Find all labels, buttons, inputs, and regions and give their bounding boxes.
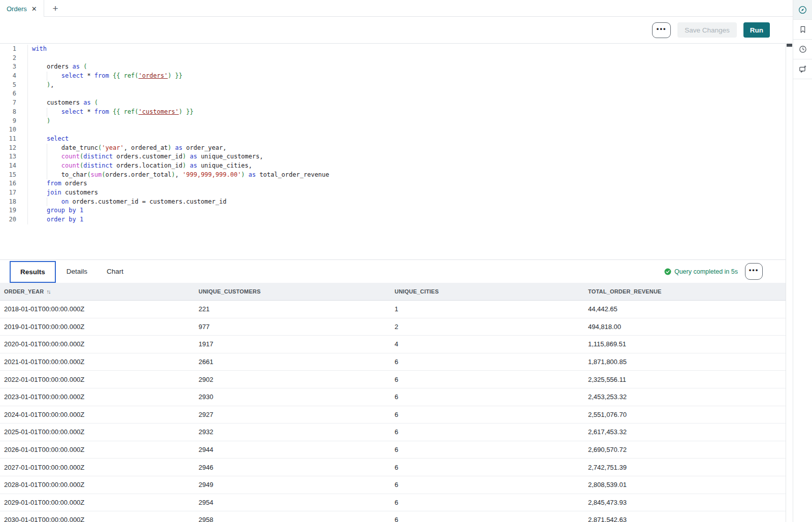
tab-results[interactable]: Results	[10, 261, 56, 283]
table-cell: 2024-01-01T00:00:00.000Z	[0, 411, 194, 418]
code-line-text	[28, 54, 36, 63]
indent-guide	[47, 108, 47, 117]
table-cell: 2,690,570.72	[584, 446, 786, 453]
table-cell: 2958	[194, 516, 391, 522]
tab-chart[interactable]: Chart	[97, 260, 133, 283]
table-row: 2025-01-01T00:00:00.000Z293262,617,453.3…	[0, 423, 786, 441]
column-header-label: ORDER_YEAR	[4, 288, 44, 295]
line-number: 15	[0, 171, 28, 180]
new-tab-button[interactable]: +	[49, 2, 62, 15]
table-cell: 1,115,869.51	[584, 340, 786, 348]
line-number: 13	[0, 152, 28, 161]
table-row: 2020-01-01T00:00:00.000Z191741,115,869.5…	[0, 336, 786, 353]
code-line-text: order by 1	[28, 215, 83, 224]
table-cell: 2026-01-01T00:00:00.000Z	[0, 446, 194, 453]
code-line-text: group by 1	[28, 206, 83, 215]
tab-orders[interactable]: Orders ✕	[0, 0, 44, 17]
table-cell: 2,742,751.39	[584, 464, 786, 471]
code-editor[interactable]: 1with2 3 orders as (4 select * from {{ r…	[0, 44, 786, 259]
line-number: 2	[0, 54, 28, 63]
table-cell: 6	[391, 411, 584, 418]
column-header-unique_cities[interactable]: UNIQUE_CITIES	[391, 288, 584, 295]
table-cell: 6	[391, 481, 584, 488]
code-line-text: on orders.customer_id = customers.custom…	[28, 198, 226, 207]
code-line-text	[28, 125, 36, 135]
code-line-text: ),	[28, 81, 54, 90]
column-header-label: UNIQUE_CITIES	[395, 288, 439, 295]
column-header-total_order_revenue[interactable]: TOTAL_ORDER_REVENUE	[584, 288, 786, 295]
editor-more-button[interactable]: •••	[652, 22, 671, 38]
table-cell: 4	[391, 340, 584, 348]
table-row: 2024-01-01T00:00:00.000Z292762,551,076.7…	[0, 406, 786, 424]
table-row: 2028-01-01T00:00:00.000Z294962,808,539.0…	[0, 476, 786, 494]
rail-ai-assist-button[interactable]	[793, 59, 812, 79]
table-cell: 1917	[194, 340, 391, 348]
code-line-text: select * from {{ ref('orders') }}	[28, 72, 182, 81]
results-panel: Results Details Chart Query completed in…	[0, 259, 786, 522]
line-number: 12	[0, 144, 28, 153]
clock-icon	[798, 45, 807, 54]
table-cell: 6	[391, 446, 584, 453]
code-line: 7 customers as (	[0, 99, 786, 108]
line-number: 4	[0, 72, 28, 81]
tab-details[interactable]: Details	[57, 260, 97, 283]
code-line-text: date_trunc('year', ordered_at) as order_…	[28, 144, 226, 153]
line-number: 5	[0, 81, 28, 90]
code-line-text: orders as (	[28, 62, 87, 72]
save-changes-button[interactable]: Save Changes	[677, 22, 737, 38]
table-cell: 6	[391, 393, 584, 401]
table-cell: 2,453,253.32	[584, 393, 786, 401]
table-cell: 2027-01-01T00:00:00.000Z	[0, 464, 194, 471]
code-line-text: join customers	[28, 188, 98, 198]
table-cell: 2,871,542.63	[584, 516, 786, 522]
code-line-text: to_char(sum(orders.order_total), '999,99…	[28, 171, 329, 180]
code-line-text: )	[28, 117, 50, 126]
close-tab-icon[interactable]: ✕	[31, 6, 37, 12]
column-header-unique_customers[interactable]: UNIQUE_CUSTOMERS	[194, 288, 391, 295]
line-number: 14	[0, 161, 28, 171]
rail-history-button[interactable]	[793, 40, 812, 59]
table-cell: 2954	[194, 499, 391, 506]
code-line: 13 count(distinct orders.customer_id) as…	[0, 152, 786, 161]
table-cell: 6	[391, 358, 584, 366]
tab-results-label: Results	[20, 268, 45, 276]
query-status: Query completed in 5s	[664, 260, 738, 283]
table-cell: 2,551,076.70	[584, 411, 786, 418]
scrollbar-track[interactable]	[787, 43, 793, 522]
query-status-text: Query completed in 5s	[674, 268, 738, 275]
table-cell: 2,845,473.93	[584, 499, 786, 506]
table-cell: 2018-01-01T00:00:00.000Z	[0, 305, 194, 313]
code-line: 3 orders as (	[0, 62, 786, 72]
scrollbar-thumb[interactable]	[787, 44, 792, 47]
line-number: 1	[0, 45, 28, 54]
table-cell: 2,617,453.32	[584, 428, 786, 436]
tab-details-label: Details	[67, 268, 87, 275]
table-cell: 2022-01-01T00:00:00.000Z	[0, 376, 194, 383]
table-cell: 44,442.65	[584, 305, 786, 313]
right-icon-rail	[793, 0, 812, 522]
line-number: 18	[0, 198, 28, 207]
code-line: 10	[0, 125, 786, 135]
code-line-text: count(distinct orders.location_id) as un…	[28, 161, 252, 171]
results-table-body: 2018-01-01T00:00:00.000Z221144,442.65201…	[0, 301, 786, 522]
code-line-text: customers as (	[28, 99, 98, 108]
main-pane: Orders ✕ + ••• Save Changes Run 1with2 3…	[0, 0, 793, 522]
table-row: 2027-01-01T00:00:00.000Z294662,742,751.3…	[0, 459, 786, 476]
table-cell: 2949	[194, 481, 391, 488]
rail-explore-button[interactable]	[793, 0, 812, 20]
column-header-order_year[interactable]: ORDER_YEAR↑↓	[0, 288, 194, 295]
code-line-text: with	[28, 45, 47, 54]
results-more-button[interactable]: •••	[745, 263, 763, 280]
rail-bookmark-button[interactable]	[793, 20, 812, 40]
indent-guide	[47, 198, 47, 207]
code-line: 1with	[0, 45, 786, 54]
code-line: 2	[0, 54, 786, 63]
code-line: 14 count(distinct orders.location_id) as…	[0, 161, 786, 171]
code-line: 15 to_char(sum(orders.order_total), '999…	[0, 171, 786, 180]
chat-plus-icon	[798, 64, 807, 74]
table-row: 2029-01-01T00:00:00.000Z295462,845,473.9…	[0, 494, 786, 512]
sort-arrows-icon[interactable]: ↑↓	[46, 288, 50, 295]
run-button[interactable]: Run	[743, 22, 770, 38]
table-cell: 2020-01-01T00:00:00.000Z	[0, 340, 194, 348]
table-cell: 2932	[194, 428, 391, 436]
